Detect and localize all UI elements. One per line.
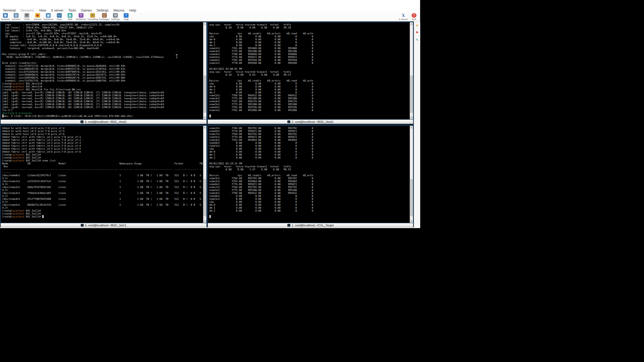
terminal-line bbox=[209, 112, 409, 114]
menu-view[interactable]: View bbox=[36, 9, 49, 12]
toolbar-help-button[interactable]: ?Help bbox=[121, 13, 131, 21]
edit-pencil-icon[interactable]: ✎ bbox=[416, 38, 419, 42]
scrollbar-thumb[interactable] bbox=[204, 76, 206, 113]
scroll-down-icon[interactable]: ▼ bbox=[410, 116, 413, 119]
scroll-up-icon[interactable]: ▲ bbox=[203, 126, 206, 129]
terminal-line: cpu : usr=11.19%, sys=24.05%, ctx=972957… bbox=[2, 32, 203, 35]
scroll-up-icon[interactable]: ▲ bbox=[410, 22, 413, 25]
terminal-line bbox=[209, 212, 409, 215]
terminal-line: Added hc with host_id:5 pcie_f:0 pcie_vf… bbox=[2, 130, 203, 132]
menu-games[interactable]: Games bbox=[79, 9, 94, 12]
terminal-line: [root@localhost BSC_SoC1]# bbox=[2, 153, 203, 156]
terminal-grid: iops : min=35060, max=102186, avg=58291.… bbox=[0, 21, 414, 227]
terminal-line: [root@localhost BSC_Host1]# bbox=[2, 82, 203, 85]
terminal-line: avg-cpu: %user %nice %system %iowait %st… bbox=[209, 70, 409, 73]
terminal-line: nvme2n1 7763.00 993664.00 0.00 993664 0 bbox=[209, 180, 409, 183]
terminal-line bbox=[209, 159, 409, 162]
scrollbar-pane-2[interactable]: ▲ ▼ bbox=[410, 22, 413, 119]
terminal-line: avg-cpu: %user %nice %system %iowait %st… bbox=[209, 165, 409, 168]
favorites-star-icon[interactable]: ★ bbox=[416, 24, 419, 27]
toolbar-label: Session bbox=[1, 18, 10, 21]
scroll-down-icon[interactable]: ▼ bbox=[203, 116, 206, 119]
terminal-tab-label: 5. root@localhost:~/BSC_SoC1 bbox=[85, 224, 127, 227]
scroll-up-icon[interactable]: ▲ bbox=[410, 126, 413, 129]
menu-settings[interactable]: Settings bbox=[94, 9, 111, 12]
terminal-line: nvme1n1 7770.00 994560.00 0.00 994560 0 bbox=[209, 61, 409, 64]
terminal-line: nvme6n1 7774.00 995072.00 0.00 995072 0 bbox=[209, 130, 409, 132]
terminal-line: Added hc with host_id:4 pcie_f:0 pcie_vf… bbox=[2, 127, 203, 130]
scrollbar-pane-5[interactable]: ▲ ▼ bbox=[203, 126, 206, 223]
x-server-icon: X bbox=[401, 13, 406, 18]
scrollbar-thumb[interactable] bbox=[410, 179, 413, 216]
menu-terminal[interactable]: Terminal bbox=[1, 9, 18, 12]
bookmark-flag-icon[interactable]: ⚑ bbox=[416, 31, 419, 35]
toolbar-settings-button[interactable]: ⚙Settings bbox=[110, 13, 121, 21]
scroll-up-icon[interactable]: ▲ bbox=[203, 22, 206, 25]
terminal-pane-2[interactable]: avg-cpu: %user %nice %system %iowait %st… bbox=[208, 22, 413, 120]
terminal-line: avg-cpu: %user %nice %system %iowait %st… bbox=[209, 23, 409, 26]
terminal-output-1[interactable]: nvme2n1 7764.00 993792.00 0.00 993792 0n… bbox=[209, 127, 409, 223]
terminal-tab-1[interactable]: 1. root@localhost:~/CVL_Target bbox=[208, 223, 413, 227]
terminal-line: job1: (g=0): rw=read, bs=(R) 128KiB-128K… bbox=[2, 100, 203, 103]
terminal-line: READ: bw=5210MiB/s (5463MB/s), 160MiB/s-… bbox=[2, 56, 203, 58]
terminal-line bbox=[209, 215, 409, 218]
toolbar-packages-button[interactable]: ◫Packages bbox=[98, 13, 110, 21]
scroll-down-icon[interactable]: ▼ bbox=[410, 220, 413, 223]
terminal-icon bbox=[287, 224, 290, 227]
terminal-line bbox=[2, 50, 203, 53]
toolbar-session-button[interactable]: ▣Session bbox=[0, 13, 11, 21]
menu-sessions[interactable]: Sessions bbox=[18, 9, 36, 12]
terminal-output-2[interactable]: avg-cpu: %user %nice %system %iowait %st… bbox=[209, 23, 409, 119]
scrollbar-thumb[interactable] bbox=[204, 179, 206, 216]
terminal-icon bbox=[80, 120, 83, 123]
terminal-line: nvme0n1 0.00 0.00 0.00 0 0 bbox=[209, 141, 409, 144]
toolbar-x-server-button[interactable]: XX server bbox=[398, 13, 409, 21]
menu-x-server[interactable]: X server bbox=[49, 9, 66, 12]
toolbar-games-button[interactable]: ●Games bbox=[32, 13, 43, 21]
multiexec-icon: Y bbox=[79, 13, 83, 18]
toolbar: ▣Session▤Servers⚒Tools●Games▣Sessions▭Vi… bbox=[0, 13, 420, 21]
scroll-down-icon[interactable]: ▼ bbox=[203, 220, 206, 223]
scrollbar-thumb[interactable] bbox=[410, 76, 413, 113]
terminal-output-4[interactable]: iops : min=35060, max=102186, avg=58291.… bbox=[2, 23, 203, 119]
terminal-line: nvme3n1 7775.00 995200.00 0.00 995200 0 bbox=[209, 50, 409, 53]
terminal-line: nvme2n1 7764.00 993792.00 0.00 993792 0 bbox=[209, 127, 409, 130]
terminal-line: /dev/nvme2n1 4b8af91976692102 Linux 1 1.… bbox=[2, 186, 203, 189]
toolbar-tunneling-button[interactable]: ∩Tunneling bbox=[87, 13, 98, 21]
terminal-line: nvme4n1 7763.00 993664.00 0.00 993664 0 bbox=[209, 138, 409, 141]
toolbar-split-button[interactable]: ▦Split bbox=[65, 13, 75, 21]
menu-macros[interactable]: Macros bbox=[111, 9, 127, 12]
terminal-tab-2[interactable]: 2. root@localhost:~/BSC_Host1 bbox=[208, 120, 413, 124]
terminal-line: dm-2 0.00 0.00 0.00 0 0 bbox=[209, 44, 409, 47]
terminal-pane-1[interactable]: nvme2n1 7764.00 993792.00 0.00 993792 0n… bbox=[208, 125, 413, 223]
toolbar-exit-button[interactable]: Exit bbox=[409, 13, 419, 21]
terminal-line: dm-1 0.00 0.00 0.00 0 0 bbox=[209, 88, 409, 91]
toolbar-tools-button[interactable]: ⚒Tools bbox=[21, 13, 32, 21]
terminal-pane-5[interactable]: Added hc with host_id:4 pcie_f:0 pcie_vf… bbox=[1, 125, 207, 223]
terminal-line: job1: (g=0): rw=read, bs=(R) 128KiB-128K… bbox=[2, 97, 203, 100]
menu-tools[interactable]: Tools bbox=[66, 9, 78, 12]
terminal-output-5[interactable]: Added hc with host_id:4 pcie_f:0 pcie_vf… bbox=[2, 127, 203, 223]
terminal-pane-4[interactable]: iops : min=35060, max=102186, avg=58291.… bbox=[1, 22, 207, 120]
terminal-tab-4[interactable]: 4. root@localhost:~/BSC_Host1 bbox=[1, 120, 207, 124]
terminal-line: nvme6n1 7762.00 993536.00 0.00 993536 0 bbox=[209, 106, 409, 109]
toolbar-sessions-button[interactable]: ▣Sessions bbox=[43, 13, 54, 21]
terminal-line: IO depths : 1=0.1%, 2=0.1%, 4=0.1%, 8=0.… bbox=[2, 35, 203, 38]
tunneling-icon: ∩ bbox=[90, 13, 95, 18]
terminal-tab-5[interactable]: 5. root@localhost:~/BSC_SoC1 bbox=[1, 223, 207, 227]
terminal-line: nvme4n1 7769.00 994432.00 0.00 994432 0 bbox=[209, 191, 409, 194]
toolbar-view-button[interactable]: ▭View bbox=[54, 13, 65, 21]
terminal-line: dm-2 0.00 0.00 0.00 0 0 bbox=[209, 156, 409, 159]
toolbar-servers-button[interactable]: ▤Servers bbox=[11, 13, 21, 21]
window-titlebar bbox=[0, 0, 420, 8]
terminal-line: nvme5n1 7775.00 995200.00 0.00 995200 0 bbox=[209, 103, 409, 106]
scrollbar-pane-1[interactable]: ▲ ▼ bbox=[410, 126, 413, 223]
terminal-line: dm-1 0.00 0.00 0.00 0 0 bbox=[209, 153, 409, 156]
terminal-line: 4.2+ bbox=[2, 177, 203, 180]
terminal-line: [root@localhost BSC_SoC1]# bbox=[2, 212, 203, 215]
scrollbar-pane-4[interactable]: ▲ ▼ bbox=[203, 22, 206, 119]
toolbar-multiexec-button[interactable]: YMultiExec bbox=[75, 13, 87, 21]
terminal-line: Added fabric ctrl with fabric_id:4 pcie_… bbox=[2, 144, 203, 147]
menu-help[interactable]: Help bbox=[127, 9, 139, 12]
terminal-line: latency : target=0, window=0, percentile… bbox=[2, 47, 203, 50]
